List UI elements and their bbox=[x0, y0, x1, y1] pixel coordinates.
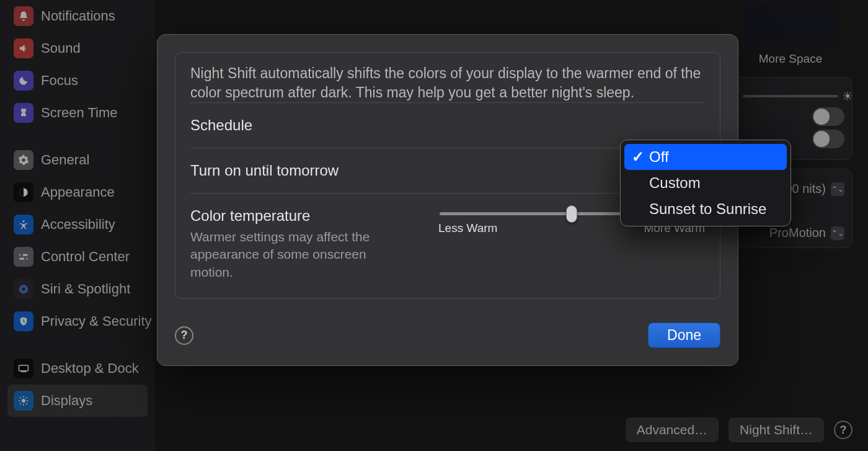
sidebar-item-general[interactable]: General bbox=[7, 144, 148, 176]
sidebar-item-label: Displays bbox=[41, 393, 92, 409]
sidebar-item-label: Screen Time bbox=[41, 105, 118, 121]
sidebar-item-label: Privacy & Security bbox=[41, 313, 152, 329]
sidebar-item-siri-spotlight[interactable]: Siri & Spotlight bbox=[7, 273, 148, 305]
svg-point-5 bbox=[24, 257, 27, 261]
sound-icon bbox=[14, 38, 33, 58]
schedule-dropdown[interactable]: ✓ Off Custom Sunset to Sunrise bbox=[620, 140, 791, 226]
control-center-icon bbox=[14, 247, 33, 267]
notifications-icon bbox=[14, 6, 33, 26]
less-warm-label: Less Warm bbox=[438, 221, 497, 235]
svg-point-10 bbox=[22, 399, 25, 403]
sidebar-item-label: Focus bbox=[41, 73, 78, 89]
sidebar-item-focus[interactable]: Focus bbox=[7, 65, 148, 97]
turn-on-until-tomorrow-label: Turn on until tomorrow bbox=[190, 162, 339, 179]
sidebar-item-label: Accessibility bbox=[41, 217, 115, 233]
svg-line-17 bbox=[20, 403, 21, 404]
sidebar-item-desktop-dock[interactable]: Desktop & Dock bbox=[7, 352, 148, 385]
night-shift-button[interactable]: Night Shift… bbox=[728, 418, 824, 442]
schedule-option-sunset-sunrise[interactable]: Sunset to Sunrise bbox=[624, 196, 787, 222]
svg-point-1 bbox=[23, 220, 25, 222]
privacy-icon bbox=[14, 311, 33, 331]
sidebar-item-label: General bbox=[41, 152, 89, 168]
displays-bottom-buttons: Advanced… Night Shift… ? bbox=[626, 418, 852, 442]
svg-line-16 bbox=[26, 403, 27, 404]
sidebar-item-label: Notifications bbox=[41, 8, 115, 24]
desktop-dock-icon bbox=[14, 359, 33, 378]
color-temperature-sublabel: Warmer settings may affect the appearanc… bbox=[190, 228, 395, 281]
resolution-thumbnail[interactable] bbox=[744, 2, 837, 46]
appearance-icon bbox=[14, 182, 33, 202]
schedule-option-custom[interactable]: Custom bbox=[624, 170, 787, 196]
sidebar-item-label: Control Center bbox=[41, 249, 130, 265]
svg-rect-9 bbox=[21, 372, 27, 373]
chevron-up-down-icon[interactable]: ⌃⌄ bbox=[831, 182, 844, 196]
sidebar-item-displays[interactable]: Displays bbox=[7, 385, 148, 417]
sidebar-item-label: Desktop & Dock bbox=[41, 360, 139, 377]
sheet-footer: ? Done bbox=[157, 309, 738, 365]
screen-time-icon bbox=[14, 103, 33, 123]
dropdown-option-label: Sunset to Sunrise bbox=[649, 200, 766, 218]
true-tone-toggle[interactable] bbox=[812, 130, 844, 148]
sidebar-item-label: Appearance bbox=[41, 184, 115, 200]
settings-sidebar: Notifications Sound Focus Screen Time Ge… bbox=[0, 0, 155, 451]
color-temperature-label: Color temperature bbox=[190, 207, 395, 225]
siri-icon bbox=[14, 279, 33, 299]
displays-icon bbox=[14, 391, 33, 411]
help-icon[interactable]: ? bbox=[175, 326, 193, 345]
svg-point-7 bbox=[21, 287, 26, 292]
refresh-rate-value: ProMotion bbox=[769, 226, 826, 240]
svg-line-18 bbox=[26, 397, 27, 398]
sidebar-item-label: Siri & Spotlight bbox=[41, 281, 130, 297]
check-icon: ✓ bbox=[632, 148, 643, 166]
accessibility-icon bbox=[14, 215, 33, 234]
sidebar-item-notifications[interactable]: Notifications bbox=[7, 0, 148, 32]
sidebar-item-sound[interactable]: Sound bbox=[7, 32, 148, 65]
schedule-label: Schedule bbox=[190, 117, 252, 134]
sidebar-item-screen-time[interactable]: Screen Time bbox=[7, 97, 148, 129]
advanced-button[interactable]: Advanced… bbox=[626, 418, 719, 442]
sidebar-item-control-center[interactable]: Control Center bbox=[7, 241, 148, 273]
focus-icon bbox=[14, 71, 33, 91]
svg-point-4 bbox=[20, 254, 24, 257]
schedule-option-off[interactable]: ✓ Off bbox=[624, 144, 787, 170]
sidebar-item-appearance[interactable]: Appearance bbox=[7, 176, 148, 208]
done-button[interactable]: Done bbox=[648, 323, 720, 348]
chevron-up-down-icon[interactable]: ⌃⌄ bbox=[831, 226, 844, 240]
brightness-slider[interactable]: ☀ bbox=[743, 95, 838, 97]
night-shift-description: Night Shift automatically shifts the col… bbox=[190, 64, 705, 102]
svg-rect-8 bbox=[19, 365, 29, 371]
sidebar-item-privacy-security[interactable]: Privacy & Security bbox=[7, 305, 148, 337]
slider-thumb[interactable] bbox=[566, 205, 577, 223]
more-space-label[interactable]: More Space bbox=[728, 48, 852, 77]
sun-max-icon: ☀ bbox=[842, 89, 853, 104]
general-icon bbox=[14, 150, 33, 170]
svg-line-15 bbox=[20, 397, 21, 398]
auto-brightness-toggle[interactable] bbox=[812, 107, 844, 126]
dropdown-option-label: Off bbox=[649, 148, 669, 166]
help-icon[interactable]: ? bbox=[834, 421, 852, 439]
sidebar-item-label: Sound bbox=[41, 40, 81, 56]
sidebar-item-accessibility[interactable]: Accessibility bbox=[7, 208, 148, 241]
dropdown-option-label: Custom bbox=[649, 174, 701, 192]
